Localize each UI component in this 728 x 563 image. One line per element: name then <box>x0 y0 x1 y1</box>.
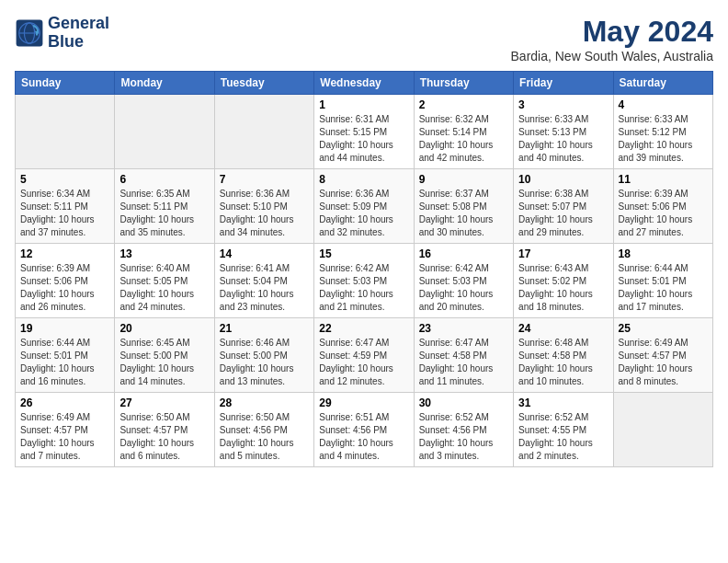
day-info: Sunrise: 6:48 AM Sunset: 4:58 PM Dayligh… <box>518 337 608 388</box>
header-row: SundayMondayTuesdayWednesdayThursdayFrid… <box>16 72 713 95</box>
day-number: 16 <box>419 247 508 260</box>
week-row-1: 1Sunrise: 6:31 AM Sunset: 5:15 PM Daylig… <box>16 95 713 169</box>
day-cell: 1Sunrise: 6:31 AM Sunset: 5:15 PM Daylig… <box>314 95 414 169</box>
day-info: Sunrise: 6:49 AM Sunset: 4:57 PM Dayligh… <box>20 411 109 463</box>
header-cell-thursday: Thursday <box>414 72 513 95</box>
day-cell: 15Sunrise: 6:42 AM Sunset: 5:03 PM Dayli… <box>314 244 414 318</box>
day-number: 28 <box>220 396 309 409</box>
day-cell <box>214 95 313 169</box>
logo-icon <box>15 18 44 48</box>
day-number: 6 <box>119 173 209 186</box>
month-year: May 2024 <box>511 15 713 49</box>
day-number: 20 <box>119 322 209 335</box>
location: Bardia, New South Wales, Australia <box>511 49 713 63</box>
day-cell <box>613 393 712 467</box>
day-cell: 8Sunrise: 6:36 AM Sunset: 5:09 PM Daylig… <box>314 169 414 244</box>
day-number: 19 <box>20 322 109 335</box>
day-info: Sunrise: 6:50 AM Sunset: 4:56 PM Dayligh… <box>220 411 309 463</box>
day-info: Sunrise: 6:43 AM Sunset: 5:02 PM Dayligh… <box>518 262 608 314</box>
calendar-table: SundayMondayTuesdayWednesdayThursdayFrid… <box>15 71 713 467</box>
header-cell-monday: Monday <box>115 72 214 95</box>
day-info: Sunrise: 6:52 AM Sunset: 4:56 PM Dayligh… <box>419 411 508 463</box>
day-number: 13 <box>119 247 209 260</box>
day-cell: 3Sunrise: 6:33 AM Sunset: 5:13 PM Daylig… <box>514 95 613 169</box>
day-cell: 19Sunrise: 6:44 AM Sunset: 5:01 PM Dayli… <box>16 318 115 393</box>
day-cell: 28Sunrise: 6:50 AM Sunset: 4:56 PM Dayli… <box>214 393 313 467</box>
day-number: 14 <box>220 247 309 260</box>
day-number: 24 <box>518 322 608 335</box>
day-cell: 6Sunrise: 6:35 AM Sunset: 5:11 PM Daylig… <box>115 169 214 244</box>
day-number: 26 <box>20 396 109 409</box>
day-info: Sunrise: 6:38 AM Sunset: 5:07 PM Dayligh… <box>518 188 608 239</box>
title-block: May 2024 Bardia, New South Wales, Austra… <box>511 15 713 63</box>
week-row-5: 26Sunrise: 6:49 AM Sunset: 4:57 PM Dayli… <box>16 393 713 467</box>
day-info: Sunrise: 6:41 AM Sunset: 5:04 PM Dayligh… <box>220 262 309 314</box>
header-cell-wednesday: Wednesday <box>314 72 414 95</box>
day-cell: 12Sunrise: 6:39 AM Sunset: 5:06 PM Dayli… <box>16 244 115 318</box>
day-info: Sunrise: 6:44 AM Sunset: 5:01 PM Dayligh… <box>619 262 708 314</box>
day-number: 23 <box>419 322 508 335</box>
day-cell: 14Sunrise: 6:41 AM Sunset: 5:04 PM Dayli… <box>214 244 313 318</box>
day-cell: 23Sunrise: 6:47 AM Sunset: 4:58 PM Dayli… <box>414 318 513 393</box>
calendar-body: 1Sunrise: 6:31 AM Sunset: 5:15 PM Daylig… <box>16 95 713 467</box>
logo-text: General Blue <box>48 15 109 52</box>
day-cell: 18Sunrise: 6:44 AM Sunset: 5:01 PM Dayli… <box>613 244 712 318</box>
day-cell: 17Sunrise: 6:43 AM Sunset: 5:02 PM Dayli… <box>514 244 613 318</box>
day-number: 3 <box>518 98 608 111</box>
day-cell: 16Sunrise: 6:42 AM Sunset: 5:03 PM Dayli… <box>414 244 513 318</box>
day-cell: 22Sunrise: 6:47 AM Sunset: 4:59 PM Dayli… <box>314 318 414 393</box>
day-cell <box>16 95 115 169</box>
day-info: Sunrise: 6:44 AM Sunset: 5:01 PM Dayligh… <box>20 337 109 388</box>
day-info: Sunrise: 6:39 AM Sunset: 5:06 PM Dayligh… <box>20 262 109 314</box>
day-info: Sunrise: 6:37 AM Sunset: 5:08 PM Dayligh… <box>419 188 508 239</box>
day-number: 25 <box>619 322 708 335</box>
day-number: 15 <box>319 247 408 260</box>
page-header: General Blue May 2024 Bardia, New South … <box>15 15 713 63</box>
day-cell <box>115 95 214 169</box>
day-number: 29 <box>319 396 408 409</box>
day-info: Sunrise: 6:46 AM Sunset: 5:00 PM Dayligh… <box>220 337 309 388</box>
day-number: 18 <box>619 247 708 260</box>
day-number: 9 <box>419 173 508 186</box>
day-info: Sunrise: 6:49 AM Sunset: 4:57 PM Dayligh… <box>619 337 708 388</box>
week-row-2: 5Sunrise: 6:34 AM Sunset: 5:11 PM Daylig… <box>16 169 713 244</box>
day-cell: 26Sunrise: 6:49 AM Sunset: 4:57 PM Dayli… <box>16 393 115 467</box>
day-number: 22 <box>319 322 408 335</box>
day-number: 4 <box>619 98 708 111</box>
day-cell: 11Sunrise: 6:39 AM Sunset: 5:06 PM Dayli… <box>613 169 712 244</box>
day-number: 10 <box>518 173 608 186</box>
day-number: 31 <box>518 396 608 409</box>
day-info: Sunrise: 6:34 AM Sunset: 5:11 PM Dayligh… <box>20 188 109 239</box>
calendar-header: SundayMondayTuesdayWednesdayThursdayFrid… <box>16 72 713 95</box>
day-info: Sunrise: 6:42 AM Sunset: 5:03 PM Dayligh… <box>319 262 408 314</box>
day-number: 27 <box>119 396 209 409</box>
header-cell-sunday: Sunday <box>16 72 115 95</box>
day-number: 5 <box>20 173 109 186</box>
logo: General Blue <box>15 15 109 52</box>
day-info: Sunrise: 6:42 AM Sunset: 5:03 PM Dayligh… <box>419 262 508 314</box>
day-number: 17 <box>518 247 608 260</box>
day-info: Sunrise: 6:32 AM Sunset: 5:14 PM Dayligh… <box>419 113 508 165</box>
day-info: Sunrise: 6:33 AM Sunset: 5:12 PM Dayligh… <box>619 113 708 165</box>
day-info: Sunrise: 6:47 AM Sunset: 4:58 PM Dayligh… <box>419 337 508 388</box>
logo-line1: General <box>48 15 109 33</box>
day-cell: 13Sunrise: 6:40 AM Sunset: 5:05 PM Dayli… <box>115 244 214 318</box>
day-cell: 31Sunrise: 6:52 AM Sunset: 4:55 PM Dayli… <box>514 393 613 467</box>
day-info: Sunrise: 6:51 AM Sunset: 4:56 PM Dayligh… <box>319 411 408 463</box>
day-info: Sunrise: 6:36 AM Sunset: 5:10 PM Dayligh… <box>220 188 309 239</box>
week-row-3: 12Sunrise: 6:39 AM Sunset: 5:06 PM Dayli… <box>16 244 713 318</box>
day-number: 11 <box>619 173 708 186</box>
day-cell: 9Sunrise: 6:37 AM Sunset: 5:08 PM Daylig… <box>414 169 513 244</box>
header-cell-saturday: Saturday <box>613 72 712 95</box>
day-number: 7 <box>220 173 309 186</box>
day-info: Sunrise: 6:50 AM Sunset: 4:57 PM Dayligh… <box>119 411 209 463</box>
header-cell-tuesday: Tuesday <box>214 72 313 95</box>
day-info: Sunrise: 6:47 AM Sunset: 4:59 PM Dayligh… <box>319 337 408 388</box>
day-cell: 7Sunrise: 6:36 AM Sunset: 5:10 PM Daylig… <box>214 169 313 244</box>
day-info: Sunrise: 6:35 AM Sunset: 5:11 PM Dayligh… <box>119 188 209 239</box>
day-cell: 24Sunrise: 6:48 AM Sunset: 4:58 PM Dayli… <box>514 318 613 393</box>
day-number: 12 <box>20 247 109 260</box>
day-cell: 5Sunrise: 6:34 AM Sunset: 5:11 PM Daylig… <box>16 169 115 244</box>
day-number: 21 <box>220 322 309 335</box>
day-cell: 27Sunrise: 6:50 AM Sunset: 4:57 PM Dayli… <box>115 393 214 467</box>
